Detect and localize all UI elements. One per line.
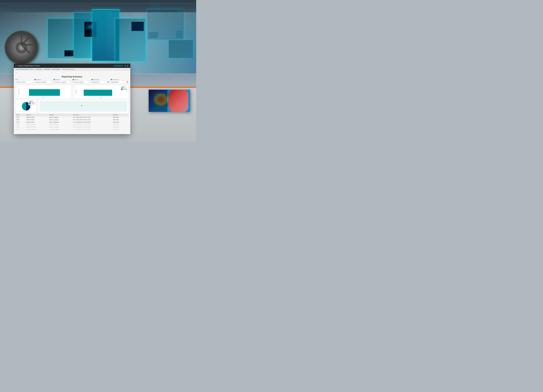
- menu-icon[interactable]: ≡: [15, 64, 17, 67]
- back-button[interactable]: ←: [15, 72, 17, 74]
- col-timestamp: Timestamp: [72, 114, 112, 116]
- result-filter: i Result Choose a Result ▼: [73, 79, 90, 84]
- end-date-input[interactable]: 2019-08-20 📅: [111, 81, 129, 84]
- analyzer-select[interactable]: Choose an Analyzer ▼: [53, 81, 72, 84]
- r-y-tick-10: 10: [74, 86, 75, 87]
- user-icon[interactable]: ▼ 👤: [124, 65, 129, 67]
- cell-operator: Kala Tester: [112, 121, 129, 124]
- right-frame-2: [169, 40, 193, 58]
- breadcrumb-sep-2: ›: [43, 68, 44, 70]
- r-y-tick-5: 5: [74, 91, 75, 91]
- analyzer-chevron: ▼: [70, 81, 71, 83]
- cell-plant: TEST: [15, 128, 25, 131]
- scatter-chart-area: [38, 99, 129, 113]
- thermal-image: [149, 90, 190, 112]
- start-date-label: i Start Date: [91, 79, 110, 80]
- charts-row-2: Legend 1/28/2710 2/28/2710: [14, 99, 130, 114]
- cell-analyzer: generic_analyzer: [48, 119, 72, 121]
- data-table: Plant Machine Analyzer Timestamp Operato…: [15, 114, 129, 131]
- col-plant: Plant: [15, 114, 25, 116]
- work-items-chart: # Work Items 10 5 0 8/20/2019 Date: [15, 85, 71, 99]
- cell-analyzer: wpid_mobiletest2: [48, 124, 72, 126]
- start-date-calendar-icon: 📅: [107, 81, 109, 83]
- right-frame-1: [147, 9, 184, 40]
- cell-timestamp: Tue, 20 Aug 2019 13:44:41 GMT: [72, 116, 112, 119]
- bar-chart-2-area: 8/20/2019: [76, 86, 128, 96]
- chart2-date: 8/20/2019: [100, 92, 104, 93]
- col-operator: Operator: [112, 114, 129, 116]
- pie-legend-item-2: 2/28/2710: [29, 103, 35, 104]
- pie-chart-area: Legend 1/28/2710 2/28/2710: [15, 99, 37, 113]
- breadcrumb-sep-4: ›: [60, 68, 61, 70]
- thermal-dark-layer: [149, 90, 167, 112]
- breadcrumb-current: Reporting Summary: [62, 68, 74, 70]
- cell-operator: phsh_photo: [112, 128, 129, 131]
- thermal-panel: [149, 90, 190, 112]
- cell-operator: Kala Tester: [112, 116, 129, 119]
- pie-legend-dot-2: [29, 103, 30, 104]
- end-date-info-icon: i: [111, 79, 112, 80]
- col-analyzer: Analyzer: [48, 114, 72, 116]
- cell-timestamp: Tue, 20 Aug 2019 12:43:21 GMT: [72, 126, 112, 128]
- start-date-input[interactable]: 2019-01-02 📅: [91, 81, 110, 84]
- cell-plant: TEST: [15, 119, 25, 121]
- plant-select[interactable]: Choose a plant ▼: [15, 80, 34, 84]
- col-machine: Machine: [25, 114, 48, 116]
- breadcrumb-link-1[interactable]: Analyze MyWorkpiece /Vision: [15, 68, 34, 70]
- pie-legend-label-1: 1/28/2710: [31, 102, 35, 103]
- siemens-logo: SIEMENS: [113, 65, 123, 67]
- breadcrumb-link-4[interactable]: Load Model: [52, 68, 59, 70]
- plant-filter: Plant Choose a plant ▼: [15, 79, 34, 84]
- table-row: TESTHeller CP4000generic_analyzerTue, 20…: [15, 116, 129, 119]
- breadcrumb-link-2[interactable]: Monitoring: [36, 68, 42, 70]
- cell-operator: phsh_photo: [112, 124, 129, 126]
- y-tick-10: 10: [16, 86, 17, 87]
- thermal-gear: [169, 90, 188, 112]
- table-header-row: Plant Machine Analyzer Timestamp Operato…: [15, 114, 129, 116]
- breadcrumb-link-3[interactable]: Reporting: [44, 68, 50, 70]
- machine-label: i Machine: [34, 79, 52, 80]
- results-y-ticks: 10 5 0: [74, 86, 75, 96]
- machine-select[interactable]: Choose a Machine ▼: [34, 81, 52, 84]
- cell-timestamp: Tue, 20 Aug 2019 12:40:10 GMT: [72, 124, 112, 126]
- cell-timestamp: Tue, 20 Aug 2019 12:48:57 GMT: [72, 128, 112, 131]
- work-items-y-ticks: 10 5 0: [16, 86, 17, 96]
- result-select[interactable]: Choose a Result ▼: [73, 81, 90, 84]
- header-right: SIEMENS ▼ 👤: [113, 65, 129, 67]
- panel-header: ≡ Analyze MyWorkpiece /Vision SIEMENS ▼ …: [14, 64, 130, 68]
- cell-machine: Heller CP4000: [25, 116, 48, 119]
- analyzer-filter: i Analyzer Choose an Analyzer ▼: [53, 79, 72, 84]
- filter-row: Plant Choose a plant ▼ i Machine Choose …: [14, 79, 130, 84]
- result-info-icon: i: [73, 79, 74, 80]
- analyzer-info-icon: i: [53, 79, 55, 80]
- machine-filter: i Machine Choose a Machine ▼: [34, 79, 52, 84]
- work-items-chart-container: # Work Items 10 5 0 8/20/2019 Date: [15, 85, 71, 99]
- cell-analyzer: wpid_mobiletest2: [48, 121, 72, 124]
- cell-operator: Kala Tester: [112, 119, 129, 121]
- turbine-icon: [5, 31, 38, 64]
- cell-plant: TEST: [15, 121, 25, 124]
- cell-machine: Heller CP4000: [25, 121, 48, 124]
- chart2-x-label: Date: [100, 97, 102, 98]
- cell-analyzer: Generic_Analyzer: [48, 126, 72, 128]
- end-date-calendar-icon: 📅: [126, 81, 128, 83]
- chart1-date: 8/20/2019: [42, 92, 47, 93]
- beam-3: [46, 5, 92, 6]
- analyzer-label: i Analyzer: [53, 79, 72, 80]
- bar-chart-1-area: 8/20/2019: [18, 86, 70, 96]
- result-chevron: ▼: [89, 81, 90, 83]
- cell-timestamp: Tue, 20 Aug 2019 12:53:24 GMT: [72, 119, 112, 121]
- table-body: TESTHeller CP4000generic_analyzerTue, 20…: [15, 116, 129, 131]
- results-chart-container: Legend 1/28/2710 2/28/2710 # of Results …: [73, 85, 129, 99]
- cell-machine: Heller CP4000: [25, 119, 48, 121]
- table-row: TESTHeller CP4000wpid_mobiletest2Tue, 20…: [15, 121, 129, 124]
- results-chart: Legend 1/28/2710 2/28/2710 # of Results …: [73, 85, 129, 99]
- plant-chevron: ▼: [31, 81, 33, 83]
- breadcrumb-sep-3: ›: [51, 68, 52, 70]
- pie-legend-item-1: 1/28/2710: [29, 102, 35, 103]
- ui-panel: ≡ Analyze MyWorkpiece /Vision SIEMENS ▼ …: [14, 64, 130, 134]
- pie-legend-label-2: 2/28/2710: [31, 103, 35, 104]
- table-row: TESTAPPU-CS-K1000wpid_mobiletest2Tue, 20…: [15, 124, 129, 126]
- y-tick-0: 0: [16, 95, 17, 96]
- machine-box-4: [115, 18, 146, 61]
